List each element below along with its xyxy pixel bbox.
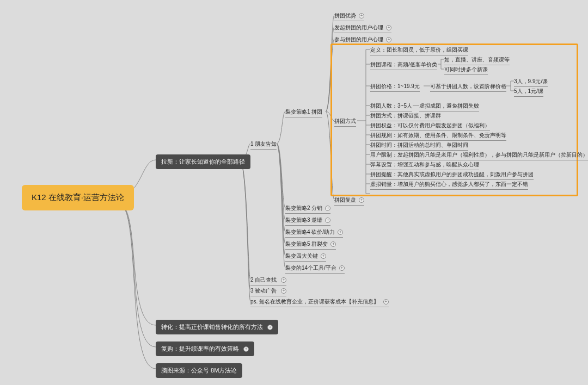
node-zhuanhua-label: 转化：提高正价课销售转化的所有方法 [161, 324, 263, 330]
node-initiator-label: 发起拼团的用户心理 [334, 24, 383, 30]
node-price-rule[interactable]: 可基于拼团人数，设置阶梯价格 [430, 83, 506, 92]
node-initiator[interactable]: 发起拼团的用户心理+ [334, 24, 391, 33]
node-people-virtual-label: 虚拟成团，避免拼团失败 [419, 103, 479, 109]
node-remind[interactable]: 拼团提醒：其他真实或虚拟用户的拼团成功提醒，刺激用户参与拼团 [370, 171, 534, 180]
node-time-label: 拼团时间：拼团活动的总时间、单团时间 [370, 142, 468, 148]
expand-icon[interactable]: + [359, 13, 364, 18]
root-node[interactable]: K12 在线教育·运营方法论 [22, 185, 134, 210]
node-virtual-sale-label: 虚拟销量：增加用户的购买信心，感觉多人都买了，东西一定不错 [370, 181, 528, 187]
root-label: K12 在线教育·运营方法论 [32, 192, 124, 202]
node-s1[interactable]: 裂变策略1 拼团 [285, 108, 322, 117]
node-virtual-sale[interactable]: 虚拟销量：增加用户的购买信心，感觉多人都买了，东西一定不错 [370, 181, 528, 190]
expand-icon[interactable]: + [383, 299, 389, 305]
node-people-virtual[interactable]: 虚拟成团，避免拼团失败 [419, 102, 479, 111]
node-course-eg[interactable]: 如，直播、讲座、音频课等 [444, 56, 510, 65]
node-fugou-label: 复购：提升续课率的有效策略 [161, 345, 239, 352]
node-price-label: 拼团价格：1~19.9元 [370, 83, 420, 89]
node-ps[interactable]: ps. 知名在线教育企业，正价课获客成本【补充信息】 + [250, 298, 389, 307]
node-s4[interactable]: 裂变策略4 砍价/助力+ [285, 228, 343, 238]
node-ps-label: ps. 知名在线教育企业，正价课获客成本【补充信息】 [250, 299, 379, 305]
node-participant[interactable]: 参与拼团的用户心理+ [334, 36, 391, 45]
node-price-5[interactable]: 5人，1元/课 [514, 88, 543, 97]
node-review[interactable]: 拼团复盘+ [334, 196, 364, 206]
node-rights-label: 拼团权益：可以仅付费用户能发起拼团（似福利） [370, 122, 490, 128]
node-method-label: 拼团方式 [334, 118, 356, 124]
expand-icon[interactable]: + [330, 241, 336, 247]
expand-icon[interactable]: + [321, 253, 326, 259]
node-danmu[interactable]: 弹幕设置：增强互动和参与感，唤醒从众心理 [370, 161, 479, 170]
node-source[interactable]: 脑图来源：公众号 8M方法论 [156, 363, 242, 378]
node-course-multi-label: 可同时拼多个新课 [444, 66, 488, 72]
node-price-rule-label: 可基于拼团人数，设置阶梯价格 [430, 83, 506, 89]
expand-icon[interactable]: + [359, 197, 364, 203]
node-laxin-label: 拉新：让家长知道你的全部路径 [161, 158, 245, 165]
node-remind-label: 拼团提醒：其他真实或虚拟用户的拼团成功提醒，刺激用户参与拼团 [370, 171, 534, 177]
node-s5-label: 裂变策略5 群裂变 [285, 241, 328, 247]
node-s4-label: 裂变策略4 砍价/助力 [285, 229, 335, 235]
node-rules-label: 拼团规则：如有效期、使用条件、限制条件、免责声明等 [370, 132, 506, 138]
node-adv-label: 拼团优势 [334, 13, 356, 18]
node-rules[interactable]: 拼团规则：如有效期、使用条件、限制条件、免责声明等 [370, 132, 506, 141]
node-price[interactable]: 拼团价格：1~19.9元 [370, 83, 420, 92]
node-rights[interactable]: 拼团权益：可以仅付费用户能发起拼团（似福利） [370, 122, 490, 131]
node-method[interactable]: 拼团方式 [334, 117, 356, 127]
node-keys[interactable]: 裂变四大关键+ [285, 252, 326, 262]
node-tools[interactable]: 裂变的14个工具/平台+ [285, 264, 345, 274]
node-adv[interactable]: 拼团优势+ [334, 12, 364, 21]
expand-icon[interactable]: + [281, 277, 286, 283]
expand-icon[interactable]: + [243, 346, 249, 352]
node-source-label: 脑图来源：公众号 8M方法论 [161, 367, 237, 374]
node-def-label: 定义：团长和团员，低于原价，组团买课 [370, 47, 468, 53]
expand-icon[interactable]: + [267, 325, 273, 330]
node-participant-label: 参与拼团的用户心理 [334, 36, 383, 42]
node-course-label: 拼团课程：高频/低客单价类 [370, 61, 437, 67]
node-course-multi[interactable]: 可同时拼多个新课 [444, 66, 488, 75]
node-s1-label: 裂变策略1 拼团 [285, 109, 322, 115]
node-def[interactable]: 定义：团长和团员，低于原价，组团买课 [370, 46, 468, 55]
node-friend-label: 1 朋友告知 [250, 141, 277, 147]
expand-icon[interactable]: + [281, 288, 286, 294]
node-course-eg-label: 如，直播、讲座、音频课等 [444, 57, 510, 63]
node-tools-label: 裂变的14个工具/平台 [285, 265, 336, 271]
node-fugou[interactable]: 复购：提升续课率的有效策略 + [156, 341, 254, 356]
node-price-3[interactable]: 3人，9.9元/课 [514, 78, 548, 87]
node-course[interactable]: 拼团课程：高频/低客单价类 [370, 61, 437, 70]
node-zhuanhua[interactable]: 转化：提高正价课销售转化的所有方法 + [156, 320, 278, 334]
node-userlimit-label: 用户限制：发起拼团的只能是老用户（福利性质），参与拼团的只能是新用户（拉新目的） [370, 152, 588, 158]
expand-icon[interactable]: + [386, 25, 391, 30]
node-userlimit[interactable]: 用户限制：发起拼团的只能是老用户（福利性质），参与拼团的只能是新用户（拉新目的） [370, 151, 588, 160]
node-danmu-label: 弹幕设置：增强互动和参与感，唤醒从众心理 [370, 162, 479, 167]
node-way-label: 拼团方式：拼课链接、拼课群 [370, 113, 441, 119]
node-price-5-label: 5人，1元/课 [514, 88, 543, 94]
expand-icon[interactable]: + [339, 265, 345, 271]
node-review-label: 拼团复盘 [334, 197, 356, 203]
node-s3[interactable]: 裂变策略3 邀请+ [285, 216, 330, 226]
node-self-label: 2 自己查找 [250, 277, 277, 283]
node-s3-label: 裂变策略3 邀请 [285, 217, 322, 223]
node-friend[interactable]: 1 朋友告知 [250, 140, 277, 150]
node-laxin[interactable]: 拉新：让家长知道你的全部路径 [156, 154, 250, 169]
expand-icon[interactable]: + [325, 218, 330, 223]
expand-icon[interactable]: + [338, 229, 343, 235]
node-people-label: 拼团人数：3~5人 [370, 103, 412, 109]
expand-icon[interactable]: + [386, 37, 391, 42]
node-passive[interactable]: 3 被动广告 + [250, 287, 286, 296]
node-time[interactable]: 拼团时间：拼团活动的总时间、单团时间 [370, 141, 468, 151]
node-way[interactable]: 拼团方式：拼课链接、拼课群 [370, 112, 441, 121]
node-keys-label: 裂变四大关键 [285, 253, 318, 259]
node-self[interactable]: 2 自己查找 + [250, 276, 286, 285]
node-people[interactable]: 拼团人数：3~5人 [370, 102, 412, 111]
node-s2[interactable]: 裂变策略2 分销+ [285, 204, 330, 214]
expand-icon[interactable]: + [325, 206, 330, 211]
node-s2-label: 裂变策略2 分销 [285, 205, 322, 211]
node-price-3-label: 3人，9.9元/课 [514, 78, 548, 84]
node-s5[interactable]: 裂变策略5 群裂变+ [285, 240, 336, 250]
node-passive-label: 3 被动广告 [250, 288, 277, 294]
